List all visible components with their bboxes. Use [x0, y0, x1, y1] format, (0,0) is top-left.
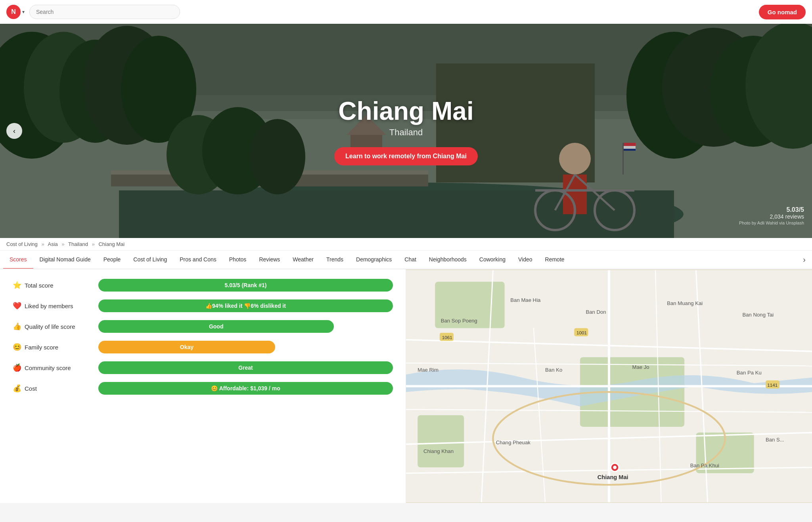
score-row-community: 🍎 Community score Great [13, 361, 393, 374]
breadcrumb-cost-of-living[interactable]: Cost of Living [6, 241, 38, 247]
score-label-quality: 👍 Quality of life score [13, 322, 92, 331]
tab-pros-and-cons[interactable]: Pros and Cons [173, 251, 223, 269]
hero-section: Chiang Mai Thailand Learn to work remote… [0, 24, 812, 238]
score-row-cost: 💰 Cost 😊 Affordable: $1,039 / mo [13, 382, 393, 395]
score-label-total: ⭐ Total score [13, 281, 92, 290]
tab-people[interactable]: People [97, 251, 127, 269]
hero-content: Chiang Mai Thailand Learn to work remote… [334, 96, 478, 165]
score-label-cost: 💰 Cost [13, 384, 92, 393]
hero-prev-button[interactable]: ‹ [6, 123, 22, 139]
breadcrumb-thailand[interactable]: Thailand [68, 241, 88, 247]
svg-text:Ban Nong Tai: Ban Nong Tai [742, 312, 774, 318]
svg-point-65 [613, 466, 617, 469]
svg-text:Chiang Khan: Chiang Khan [423, 448, 454, 454]
score-label-family: 😊 Family score [13, 343, 92, 351]
country-name: Thailand [334, 127, 478, 138]
nav-arrow-button[interactable]: › [800, 252, 809, 267]
breadcrumb-sep-3: » [92, 241, 95, 247]
tab-scores[interactable]: Scores [3, 251, 33, 269]
score-bar-family[interactable]: Okay [98, 341, 275, 353]
svg-text:1141: 1141 [767, 382, 778, 388]
score-row-quality: 👍 Quality of life score Good [13, 320, 393, 333]
score-bar-wrap-total: 5.03/5 (Rank #1) [98, 279, 393, 292]
logo-button[interactable]: N ▾ [6, 5, 25, 19]
star-icon: ⭐ [13, 281, 21, 290]
svg-text:Ban Sop Poeng: Ban Sop Poeng [441, 318, 477, 324]
score-bar-wrap-community: Great [98, 361, 393, 374]
hero-overlay: Chiang Mai Thailand Learn to work remote… [0, 24, 812, 238]
score-bar-wrap-liked: 👍94% liked it 👎6% disliked it [98, 299, 393, 312]
header: N ▾ Go nomad [0, 0, 812, 24]
score-label-text-family: Family score [25, 344, 58, 351]
score-row-liked: ❤️ Liked by members 👍94% liked it 👎6% di… [13, 299, 393, 312]
photo-credit: Photo by Adli Wahid via Unsplash [739, 221, 804, 225]
tab-weather[interactable]: Weather [286, 251, 320, 269]
svg-text:Ban Pa Khui: Ban Pa Khui [690, 463, 719, 468]
city-name: Chiang Mai [334, 96, 478, 126]
svg-text:Ban Mae Hia: Ban Mae Hia [510, 297, 541, 303]
main-content: ⭐ Total score 5.03/5 (Rank #1) ❤️ Liked … [0, 269, 812, 503]
go-nomad-button[interactable]: Go nomad [759, 5, 806, 19]
score-label-text-quality: Quality of life score [25, 323, 75, 330]
svg-text:Ban S...: Ban S... [766, 437, 784, 443]
score-bar-cost[interactable]: 😊 Affordable: $1,039 / mo [98, 382, 393, 395]
score-label-community: 🍎 Community score [13, 363, 92, 372]
svg-text:Mae Jo: Mae Jo [632, 364, 649, 370]
money-icon: 💰 [13, 384, 21, 393]
scores-panel: ⭐ Total score 5.03/5 (Rank #1) ❤️ Liked … [0, 269, 406, 503]
score-bar-wrap-cost: 😊 Affordable: $1,039 / mo [98, 382, 393, 395]
learn-remote-button[interactable]: Learn to work remotely from Chiang Mai [334, 147, 478, 165]
tab-remote[interactable]: Remote [539, 251, 571, 269]
score-bar-quality[interactable]: Good [98, 320, 334, 333]
score-label-text-cost: Cost [25, 385, 37, 392]
score-bar-community[interactable]: Great [98, 361, 393, 374]
svg-text:Ban Pa Ku: Ban Pa Ku [737, 370, 762, 376]
heart-icon: ❤️ [13, 301, 21, 310]
svg-text:1061: 1061 [442, 335, 452, 340]
tab-demographics[interactable]: Demographics [350, 251, 398, 269]
search-input[interactable] [29, 5, 180, 19]
svg-text:Chiang Mai: Chiang Mai [598, 474, 628, 480]
score-label-text-liked: Liked by members [25, 303, 73, 309]
family-icon: 😊 [13, 343, 21, 351]
tab-digital-nomad-guide[interactable]: Digital Nomad Guide [33, 251, 97, 269]
tab-chat[interactable]: Chat [398, 251, 423, 269]
hero-rating-score: 5.03/5 [739, 206, 804, 213]
svg-text:Ban Don: Ban Don [586, 309, 606, 315]
svg-text:1001: 1001 [576, 330, 587, 335]
svg-text:Ban Ko: Ban Ko [545, 367, 562, 373]
svg-rect-37 [417, 415, 464, 468]
breadcrumb-sep-1: » [41, 241, 44, 247]
logo-icon: N [6, 5, 21, 19]
score-label-text-total: Total score [25, 282, 54, 289]
thumbsup-icon: 👍 [13, 322, 21, 331]
tab-trends[interactable]: Trends [320, 251, 350, 269]
score-bar-wrap-family: Okay [98, 341, 393, 353]
score-row-total: ⭐ Total score 5.03/5 (Rank #1) [13, 279, 393, 292]
tab-coworking[interactable]: Coworking [473, 251, 512, 269]
tab-photos[interactable]: Photos [223, 251, 253, 269]
breadcrumb-sep-2: » [61, 241, 64, 247]
svg-text:Mae Rim: Mae Rim [417, 367, 439, 373]
breadcrumb-asia[interactable]: Asia [48, 241, 58, 247]
logo-chevron-icon: ▾ [22, 9, 25, 15]
tab-video[interactable]: Video [512, 251, 539, 269]
score-bar-total[interactable]: 5.03/5 (Rank #1) [98, 279, 393, 292]
tab-cost-of-living[interactable]: Cost of Living [127, 251, 173, 269]
chevron-left-icon: ‹ [13, 127, 15, 135]
score-bar-wrap-quality: Good [98, 320, 393, 333]
svg-text:Ban Muang Kai: Ban Muang Kai [667, 300, 703, 306]
svg-text:Chang Pheuak: Chang Pheuak [496, 439, 530, 445]
score-bar-liked[interactable]: 👍94% liked it 👎6% disliked it [98, 299, 393, 312]
hero-review-count: 2,034 reviews [739, 213, 804, 220]
breadcrumb: Cost of Living » Asia » Thailand » Chian… [0, 238, 812, 251]
score-label-liked: ❤️ Liked by members [13, 301, 92, 310]
nav-tabs: Scores Digital Nomad Guide People Cost o… [0, 251, 812, 269]
map-svg[interactable]: Ban Sop Poeng Ban Mae Hia Ban Don Ban Mu… [406, 269, 812, 503]
score-row-family: 😊 Family score Okay [13, 341, 393, 353]
community-icon: 🍎 [13, 363, 21, 372]
breadcrumb-chiang-mai[interactable]: Chiang Mai [98, 241, 124, 247]
tab-reviews[interactable]: Reviews [253, 251, 286, 269]
tab-neighborhoods[interactable]: Neighborhoods [423, 251, 473, 269]
map-panel: Ban Sop Poeng Ban Mae Hia Ban Don Ban Mu… [406, 269, 812, 503]
